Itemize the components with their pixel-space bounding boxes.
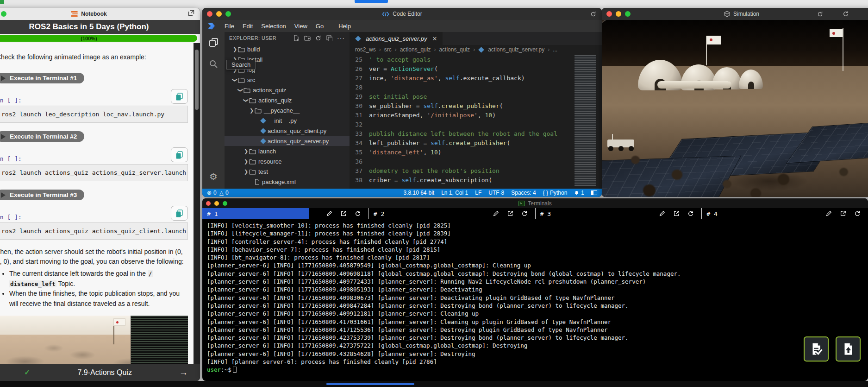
maximize-window-icon[interactable] <box>625 11 631 17</box>
menu-item-view[interactable]: View <box>290 23 312 30</box>
scrollbar-thumb[interactable] <box>195 50 199 110</box>
breadcrumb-item[interactable]: actions_quiz_server.py <box>478 46 544 53</box>
minimap[interactable] <box>574 55 596 186</box>
warnings-indicator[interactable]: △0 <box>219 190 229 196</box>
code-line: 35'distance_left', 10) <box>350 148 602 157</box>
refresh-sim-icon[interactable] <box>843 11 849 17</box>
tree-item-src[interactable]: ❯src <box>225 75 350 85</box>
terminal-tab-3[interactable]: # 3 <box>536 208 702 219</box>
log-line: [planner_server-6] [INFO] [1771650809.41… <box>207 326 868 334</box>
copy-button[interactable] <box>171 206 188 221</box>
tree-item-actions-quiz-client-py[interactable]: actions_quiz_client.py <box>225 126 350 136</box>
menu-item-edit[interactable]: Edit <box>238 23 257 30</box>
window-controls[interactable] <box>206 201 227 206</box>
breadcrumb-separator: › <box>548 46 550 53</box>
code-cell[interactable]: ros2 launch actions_quiz actions_quiz_se… <box>0 164 188 181</box>
edit-icon[interactable] <box>493 210 499 217</box>
status-item[interactable]: Spaces: 4 <box>511 190 536 196</box>
tree-item-actions-quiz[interactable]: ❯actions_quiz <box>225 95 350 105</box>
log-line: [planner_server-6] [INFO] [1771650809.40… <box>207 285 868 293</box>
maximize-window-icon[interactable] <box>225 11 231 17</box>
play-icon <box>1 192 6 198</box>
window-controls[interactable] <box>0 11 6 17</box>
open-external-icon[interactable] <box>507 210 513 217</box>
copy-button[interactable] <box>171 147 188 162</box>
status-item[interactable]: 1 <box>574 190 584 196</box>
status-item[interactable]: Ln 1, Col 1 <box>441 190 468 196</box>
tree-item-actions-quiz[interactable]: ❯actions_quiz <box>225 85 350 95</box>
refresh-icon[interactable] <box>590 11 596 17</box>
refresh-icon[interactable] <box>687 210 694 217</box>
menu-item-file[interactable]: File <box>220 23 238 30</box>
notebook-scrollbar[interactable] <box>194 43 200 364</box>
terminal-output[interactable]: [INFO] [velocity_smoother-10]: process h… <box>202 219 868 381</box>
tree-item-package-xml[interactable]: package.xml <box>225 177 350 187</box>
tree-item--init-py[interactable]: __init__.py <box>225 115 350 126</box>
copy-button[interactable] <box>171 89 188 104</box>
maximize-window-icon[interactable] <box>223 201 227 206</box>
refresh-icon[interactable] <box>355 210 361 217</box>
menu-item-selection[interactable]: Selection <box>257 23 290 30</box>
tree-item-build[interactable]: ❯build <box>225 44 350 54</box>
close-window-icon[interactable] <box>207 11 212 17</box>
collapse-folders-icon[interactable] <box>326 35 332 41</box>
minimize-window-icon[interactable] <box>616 11 621 17</box>
code-cell[interactable]: ros2 launch leo_description loc_nav.laun… <box>0 106 188 123</box>
window-controls[interactable] <box>606 11 631 17</box>
code-editor-content[interactable]: 25' to accept goals26ver = ActionServer(… <box>350 54 602 189</box>
status-item[interactable]: { }Python <box>543 190 568 196</box>
code-cell[interactable]: ros2 launch actions_quiz actions_quiz_cl… <box>0 222 188 240</box>
refresh-icon[interactable] <box>854 210 861 217</box>
reset-sim-icon[interactable] <box>817 11 823 17</box>
close-window-icon[interactable] <box>606 11 612 17</box>
more-actions-icon[interactable]: ··· <box>337 34 345 42</box>
edit-icon[interactable] <box>326 210 332 217</box>
tree-item-test[interactable]: ❯test <box>225 166 350 177</box>
open-external-icon[interactable] <box>340 210 347 217</box>
files-icon[interactable] <box>209 38 219 47</box>
open-external-icon[interactable] <box>673 210 680 217</box>
close-tab-icon[interactable]: ✕ <box>432 35 437 42</box>
status-item[interactable]: UTF-8 <box>488 190 504 196</box>
edit-icon[interactable] <box>825 210 832 217</box>
search-icon[interactable] <box>209 59 218 69</box>
next-unit-arrow[interactable]: → <box>179 368 188 378</box>
tree-item-actions-quiz-server-py[interactable]: actions_quiz_server.py <box>225 136 350 146</box>
status-item[interactable] <box>591 190 597 195</box>
terminal-tab-2[interactable]: # 2 <box>369 208 536 219</box>
gazebo-viewport[interactable] <box>602 20 868 197</box>
menu-item-go[interactable]: Go <box>312 23 328 30</box>
maximize-window-icon[interactable] <box>1 11 6 17</box>
refresh-icon[interactable] <box>521 210 528 217</box>
breadcrumb-item[interactable]: ros2_ws <box>355 46 376 53</box>
submit-file-button[interactable] <box>836 336 861 362</box>
breadcrumb-item[interactable]: ... <box>553 46 557 53</box>
tab-actions-quiz-server[interactable]: actions_quiz_server.py ✕ <box>350 32 443 45</box>
shell-prompt[interactable]: user:~$ <box>207 366 868 374</box>
tree-item-launch[interactable]: ❯launch <box>225 146 350 156</box>
errors-indicator[interactable]: ⊗0 <box>207 190 217 196</box>
window-controls[interactable] <box>207 11 231 17</box>
breadcrumb-item[interactable]: actions_quiz <box>439 46 470 53</box>
open-external-icon[interactable] <box>840 210 846 217</box>
gear-icon[interactable]: ⚙ <box>209 171 218 182</box>
new-folder-icon[interactable] <box>304 35 311 41</box>
status-item[interactable]: LF <box>475 190 481 196</box>
minimize-window-icon[interactable] <box>216 11 222 17</box>
minimize-window-icon[interactable] <box>214 201 219 206</box>
terminal-tab-1[interactable]: # 1 <box>202 208 369 219</box>
status-item[interactable]: 3.8.10 64-bit <box>403 190 434 196</box>
close-window-icon[interactable] <box>206 201 211 206</box>
tree-item-resource[interactable]: ❯resource <box>225 156 350 166</box>
terminal-tab-4[interactable]: # 4 <box>702 208 868 219</box>
refresh-explorer-icon[interactable] <box>315 35 321 41</box>
explorer-title: EXPLORER: USER <box>229 35 288 41</box>
tree-item--pycache-[interactable]: ❯__pycache__ <box>225 105 350 115</box>
menu-item-help[interactable]: Help <box>334 23 355 30</box>
breadcrumb-item[interactable]: actions_quiz <box>400 46 431 53</box>
new-file-icon[interactable] <box>293 35 300 41</box>
breadcrumb-item[interactable]: src <box>384 46 392 53</box>
edit-icon[interactable] <box>659 210 665 217</box>
taskbar-pill[interactable] <box>326 383 414 385</box>
grade-quiz-button[interactable] <box>804 336 829 362</box>
